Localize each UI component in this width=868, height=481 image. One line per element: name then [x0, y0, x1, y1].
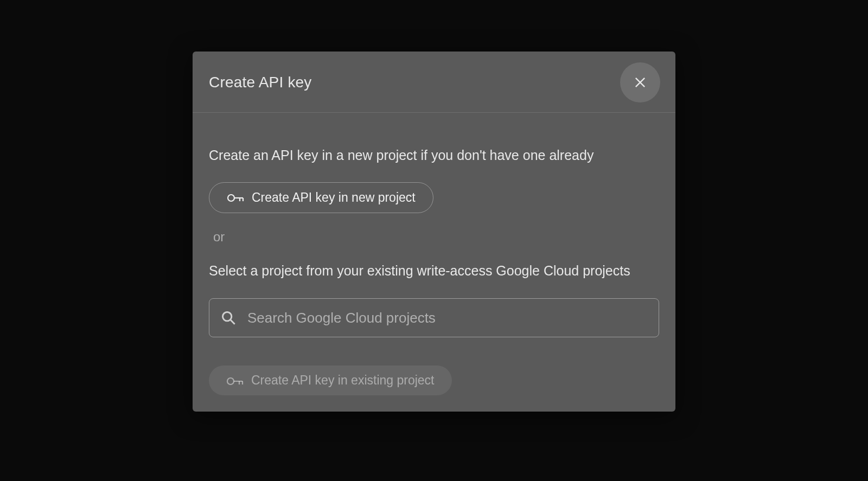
new-project-description: Create an API key in a new project if yo… [209, 145, 659, 166]
create-existing-project-button[interactable]: Create API key in existing project [209, 365, 452, 395]
dialog-title: Create API key [209, 74, 312, 91]
create-new-project-label: Create API key in new project [252, 190, 416, 205]
dialog-header: Create API key [193, 52, 675, 113]
dialog-body: Create an API key in a new project if yo… [193, 113, 675, 412]
search-projects-input[interactable] [209, 298, 659, 337]
create-existing-project-label: Create API key in existing project [251, 373, 435, 388]
svg-point-6 [227, 378, 234, 384]
key-icon [227, 192, 244, 203]
search-wrapper [209, 298, 659, 337]
svg-point-0 [228, 195, 234, 201]
or-separator: or [213, 229, 659, 245]
close-button[interactable] [620, 62, 660, 102]
create-api-key-dialog: Create API key Create an API key in a ne… [193, 52, 675, 412]
close-icon [633, 75, 648, 90]
key-icon [226, 375, 244, 386]
create-new-project-button[interactable]: Create API key in new project [209, 182, 433, 213]
existing-project-description: Select a project from your existing writ… [209, 261, 659, 281]
